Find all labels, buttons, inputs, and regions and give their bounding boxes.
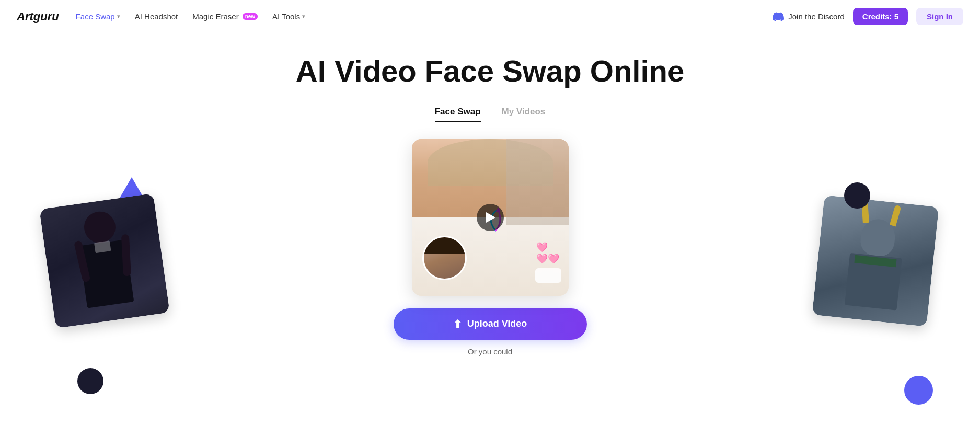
or-text: Or you could bbox=[468, 347, 512, 356]
nav-right: Join the Discord Credits: 5 Sign In bbox=[773, 8, 963, 25]
nav-ai-headshot[interactable]: AI Headshot bbox=[135, 12, 178, 21]
page-title: AI Video Face Swap Online bbox=[296, 54, 684, 88]
play-button[interactable] bbox=[477, 204, 504, 231]
upload-video-button[interactable]: ⬆ Upload Video bbox=[394, 308, 587, 340]
wednesday-image-bg bbox=[39, 193, 170, 328]
collar bbox=[94, 240, 111, 253]
small-face-overlay bbox=[422, 236, 467, 280]
side-image-wednesday bbox=[39, 193, 170, 328]
small-hair bbox=[424, 237, 465, 254]
play-triangle-icon bbox=[486, 212, 495, 223]
nav-magic-eraser[interactable]: Magic Eraser new bbox=[192, 12, 258, 21]
braid-right bbox=[121, 234, 131, 277]
video-preview-card[interactable]: 🩷🩷🩷 bbox=[412, 139, 569, 296]
new-badge: new bbox=[243, 13, 258, 20]
logo[interactable]: Artguru bbox=[17, 10, 59, 24]
discord-icon bbox=[773, 11, 784, 22]
navbar: Artguru Face Swap ▾ AI Headshot Magic Er… bbox=[0, 0, 980, 33]
loki-image-bg bbox=[812, 195, 939, 327]
chevron-down-icon-2: ▾ bbox=[302, 13, 305, 20]
video-card-wrap: 🩷🩷🩷 bbox=[412, 139, 569, 296]
credits-button[interactable]: Credits: 5 bbox=[853, 8, 908, 25]
side-image-loki bbox=[812, 195, 939, 327]
hearts-decoration: 🩷🩷🩷 bbox=[536, 242, 559, 265]
tab-my-videos[interactable]: My Videos bbox=[502, 107, 546, 122]
main-content: AI Video Face Swap Online Face Swap My V… bbox=[0, 33, 980, 448]
upload-icon: ⬆ bbox=[453, 318, 462, 330]
door-area bbox=[506, 139, 569, 225]
character-head bbox=[82, 210, 118, 245]
signin-button[interactable]: Sign In bbox=[916, 8, 963, 25]
chevron-down-icon: ▾ bbox=[117, 13, 120, 20]
tab-face-swap[interactable]: Face Swap bbox=[435, 107, 481, 122]
horn-right bbox=[890, 205, 902, 227]
white-card-decoration bbox=[535, 268, 561, 283]
circle-decoration-right-top bbox=[844, 182, 870, 209]
tabs-container: Face Swap My Videos bbox=[435, 107, 546, 122]
nav-ai-tools[interactable]: AI Tools ▾ bbox=[272, 12, 305, 21]
circle-decoration-left bbox=[77, 368, 103, 394]
nav-face-swap[interactable]: Face Swap ▾ bbox=[76, 12, 120, 21]
circle-decoration-right-bottom bbox=[904, 376, 933, 405]
nav-links: Face Swap ▾ AI Headshot Magic Eraser new… bbox=[76, 12, 773, 21]
discord-link[interactable]: Join the Discord bbox=[773, 11, 845, 22]
